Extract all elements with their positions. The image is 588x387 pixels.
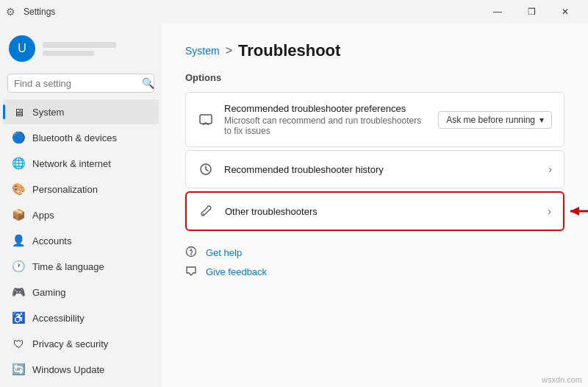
sidebar-item-update[interactable]: 🔄 Windows Update — [3, 357, 159, 382]
watermark: wsxdn.com — [542, 375, 582, 384]
user-name-bar — [43, 42, 116, 48]
arrow-annotation — [556, 200, 588, 222]
page-title: Troubleshoot — [238, 41, 340, 60]
option-right-history: › — [548, 163, 552, 175]
sidebar-label-apps: Apps — [32, 210, 54, 221]
bluetooth-icon: 🔵 — [12, 131, 25, 144]
sidebar-item-privacy[interactable]: 🛡 Privacy & security — [3, 331, 159, 356]
title-bar-title: Settings — [24, 7, 55, 17]
chevron-right-icon: › — [548, 163, 552, 175]
sidebar-label-personalization: Personalization — [32, 184, 98, 195]
sidebar-item-accounts[interactable]: 👤 Accounts — [3, 228, 159, 253]
title-bar: ⚙ Settings — ❐ ✕ — [0, 0, 588, 24]
wrench-icon — [198, 203, 215, 219]
user-email-bar — [43, 51, 94, 56]
option-right-recommended-prefs: Ask me before running ▾ — [438, 111, 552, 129]
svg-point-6 — [190, 249, 192, 250]
minimize-button[interactable]: — — [481, 0, 514, 24]
system-icon: 🖥 — [12, 105, 25, 118]
option-text-history: Recommended troubleshooter history — [224, 164, 538, 175]
sidebar-item-gaming[interactable]: 🎮 Gaming — [3, 280, 159, 305]
sidebar-label-privacy: Privacy & security — [32, 338, 108, 349]
breadcrumb-separator: > — [226, 44, 232, 57]
sidebar: U 🔍 🖥 System 🔵 Bluetooth & devices 🌐 — [0, 24, 162, 387]
main-content: System > Troubleshoot Options Recommende… — [162, 24, 588, 387]
gaming-icon: 🎮 — [12, 285, 25, 299]
sidebar-label-time: Time & language — [32, 261, 104, 272]
give-feedback-icon — [185, 265, 198, 278]
option-other-troubleshooters[interactable]: Other troubleshooters › — [185, 191, 564, 231]
sidebar-item-accessibility[interactable]: ♿ Accessibility — [3, 305, 159, 330]
section-label: Options — [185, 72, 564, 83]
option-text-other: Other troubleshooters — [225, 206, 537, 217]
option-recommended-prefs[interactable]: Recommended troubleshooter preferences M… — [185, 92, 564, 147]
sidebar-label-bluetooth: Bluetooth & devices — [32, 132, 117, 143]
close-button[interactable]: ✕ — [548, 0, 582, 24]
chevron-right-other-icon: › — [548, 205, 551, 217]
avatar: U — [9, 35, 35, 62]
update-icon: 🔄 — [12, 363, 25, 376]
svg-point-7 — [190, 254, 192, 255]
options-list: Recommended troubleshooter preferences M… — [185, 92, 564, 231]
svg-marker-4 — [570, 207, 579, 216]
get-help-label: Get help — [206, 247, 242, 258]
troubleshooter-dropdown[interactable]: Ask me before running ▾ — [438, 111, 552, 129]
option-recommended-history[interactable]: Recommended troubleshooter history › — [185, 150, 564, 188]
search-box[interactable]: 🔍 — [7, 74, 154, 93]
option-title-history: Recommended troubleshooter history — [224, 164, 538, 175]
sidebar-item-system[interactable]: 🖥 System — [3, 99, 159, 124]
option-right-other: › — [548, 205, 551, 217]
personalization-icon: 🎨 — [12, 182, 25, 196]
chat-icon — [198, 112, 214, 128]
sidebar-item-network[interactable]: 🌐 Network & internet — [3, 151, 159, 176]
option-text-recommended-prefs: Recommended troubleshooter preferences M… — [224, 103, 428, 136]
settings-icon: ⚙ — [6, 6, 18, 18]
privacy-icon: 🛡 — [12, 337, 25, 350]
sidebar-label-accessibility: Accessibility — [32, 313, 85, 324]
get-help-link[interactable]: Get help — [185, 246, 564, 259]
time-icon: 🕐 — [12, 260, 25, 273]
search-icon: 🔍 — [142, 77, 154, 89]
title-bar-controls: — ❐ ✕ — [481, 0, 582, 24]
option-title-other: Other troubleshooters — [225, 206, 537, 217]
search-input[interactable] — [14, 78, 137, 89]
dropdown-chevron-icon: ▾ — [539, 115, 544, 125]
breadcrumb: System > Troubleshoot — [185, 41, 564, 60]
breadcrumb-parent[interactable]: System — [185, 45, 220, 57]
history-icon — [198, 161, 214, 177]
app-container: U 🔍 🖥 System 🔵 Bluetooth & devices 🌐 — [0, 24, 588, 387]
accounts-icon: 👤 — [12, 234, 25, 247]
get-help-icon — [185, 246, 198, 259]
sidebar-label-accounts: Accounts — [32, 235, 71, 246]
option-desc-recommended-prefs: Microsoft can recommend and run troubles… — [224, 116, 428, 136]
user-info — [43, 42, 116, 56]
sidebar-item-apps[interactable]: 📦 Apps — [3, 202, 159, 227]
option-title-recommended-prefs: Recommended troubleshooter preferences — [224, 103, 428, 114]
sidebar-item-personalization[interactable]: 🎨 Personalization — [3, 177, 159, 202]
nav-items: 🖥 System 🔵 Bluetooth & devices 🌐 Network… — [0, 99, 162, 387]
avatar-initials: U — [18, 42, 26, 55]
title-bar-left: ⚙ Settings — [6, 6, 55, 18]
apps-icon: 📦 — [12, 208, 25, 221]
maximize-button[interactable]: ❐ — [514, 0, 548, 24]
user-profile: U — [0, 24, 162, 74]
sidebar-label-gaming: Gaming — [32, 287, 66, 298]
give-feedback-link[interactable]: Give feedback — [185, 265, 564, 278]
accessibility-icon: ♿ — [12, 311, 25, 324]
sidebar-item-bluetooth[interactable]: 🔵 Bluetooth & devices — [3, 125, 159, 150]
sidebar-label-system: System — [32, 107, 64, 118]
sidebar-label-update: Windows Update — [32, 364, 104, 375]
network-icon: 🌐 — [12, 157, 25, 170]
links-section: Get help Give feedback — [185, 246, 564, 278]
svg-point-2 — [203, 213, 204, 215]
dropdown-label: Ask me before running — [446, 115, 535, 125]
sidebar-label-network: Network & internet — [32, 158, 111, 169]
sidebar-item-time[interactable]: 🕐 Time & language — [3, 254, 159, 279]
give-feedback-label: Give feedback — [206, 266, 267, 277]
